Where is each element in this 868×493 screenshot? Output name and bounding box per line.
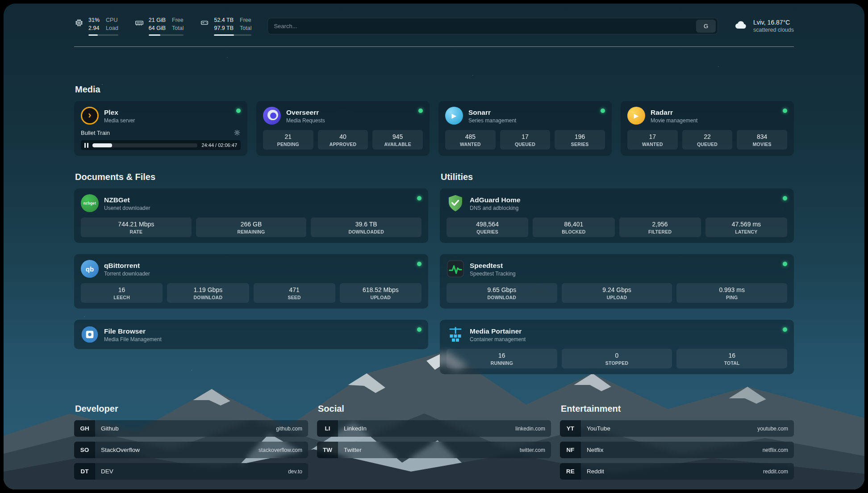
stat-value: 0: [563, 352, 671, 359]
stat-block: 266 GB REMAINING: [196, 217, 307, 237]
radarr-card[interactable]: ▶ Radarr Movie management 17 WANTED 22: [621, 101, 794, 156]
nzbget-card[interactable]: nzbget NZBGet Usenet downloader 744.21 M…: [74, 188, 428, 243]
bookmark-name: Twitter: [344, 447, 362, 453]
overseerr-card[interactable]: Overseerr Media Requests 21 PENDING 40 A…: [256, 101, 430, 156]
stat-label: WANTED: [447, 142, 494, 147]
cpu-usage-bar: [88, 34, 118, 36]
service-desc: Movie management: [651, 117, 697, 124]
stat-value: 16: [83, 286, 161, 293]
gear-icon[interactable]: [234, 129, 241, 136]
bookmark-netflix[interactable]: NF Netflix netflix.com: [560, 442, 794, 458]
bookmark-domain: youtube.com: [757, 426, 788, 432]
top-bar: 31% 2.94 CPU Load: [74, 4, 794, 36]
stat-block: 498,564 QUERIES: [447, 217, 528, 237]
portainer-card[interactable]: Media Portainer Container management 16 …: [440, 320, 794, 374]
search-provider-button[interactable]: G: [696, 20, 716, 33]
memory-widget: 21 GiB 64 GiB Free Total: [134, 16, 184, 36]
stat-block: 196 SERIES: [555, 130, 605, 150]
stat-label: APPROVED: [320, 142, 367, 147]
service-name: qBittorrent: [104, 261, 150, 270]
search-bar: G: [267, 18, 718, 34]
service-desc: DNS and adblocking: [470, 205, 521, 211]
radarr-icon: ▶: [627, 107, 645, 125]
nzbget-icon-text: nzbget: [83, 201, 96, 205]
bookmark-name: YouTube: [587, 425, 610, 432]
sonarr-card[interactable]: ▶ Sonarr Series management 485 WANTED 17: [438, 101, 612, 156]
stat-block: 16 TOTAL: [676, 349, 787, 368]
cpu-percent: 31%: [88, 16, 100, 24]
filebrowser-icon: [81, 326, 99, 343]
bookmark-dev[interactable]: DT DEV dev.to: [74, 463, 308, 480]
cpu-load: 2.94: [88, 24, 100, 32]
stat-value: 2,956: [621, 221, 699, 228]
media-section: Media › Plex Media server Bullet Train: [74, 84, 794, 156]
playback-progress-track[interactable]: [92, 143, 198, 147]
service-name: Sonarr: [468, 108, 516, 117]
disk-widget: 52.4 TB 97.9 TB Free Total: [200, 16, 251, 36]
stat-block: 744.21 Mbps RATE: [81, 217, 192, 237]
developer-group: Developer GH Github github.com SO StackO…: [74, 404, 308, 480]
playback-progress-fill: [92, 143, 113, 147]
disk-usage-bar-fill: [214, 34, 234, 36]
filebrowser-card[interactable]: File Browser Media File Management: [74, 320, 428, 349]
bookmark-name: Netflix: [587, 447, 604, 453]
search-input[interactable]: [274, 23, 696, 29]
documents-section: Documents & Files nzbget NZBGet Usenet d…: [74, 172, 428, 374]
stat-value: 86,401: [534, 221, 613, 228]
stat-value: 16: [678, 352, 785, 359]
speedtest-card[interactable]: Speedtest Speedtest Tracking 9.65 Gbps D…: [440, 254, 794, 309]
bookmark-linkedin[interactable]: LI LinkedIn linkedin.com: [317, 420, 551, 437]
service-desc: Speedtest Tracking: [470, 271, 516, 277]
adguard-icon: [447, 194, 464, 212]
cpu-label-top: CPU: [106, 16, 118, 24]
service-desc: Media server: [104, 117, 135, 124]
adguard-card[interactable]: AdGuard Home DNS and adblocking 498,564 …: [440, 188, 794, 243]
qbittorrent-icon: qb: [81, 260, 99, 278]
stat-block: 0.993 ms PING: [676, 283, 787, 303]
memory-usage-bar-fill: [149, 34, 160, 36]
stat-label: PENDING: [265, 142, 312, 147]
social-group-title: Social: [318, 404, 551, 414]
stat-value: 0.993 ms: [678, 286, 785, 293]
disk-total: 97.9 TB: [214, 24, 234, 32]
memory-total: 64 GiB: [149, 24, 166, 32]
stat-value: 471: [255, 286, 334, 293]
bookmark-domain: reddit.com: [763, 468, 788, 475]
stat-label: SERIES: [556, 142, 603, 147]
stat-label: MOVIES: [739, 142, 785, 147]
stat-block: 17 WANTED: [627, 130, 678, 150]
bookmark-twitter[interactable]: TW Twitter twitter.com: [317, 442, 551, 458]
bookmark-reddit[interactable]: RE Reddit reddit.com: [560, 463, 794, 480]
media-section-title: Media: [75, 84, 794, 95]
service-desc: Series management: [468, 117, 516, 124]
stat-block: 22 QUEUED: [682, 130, 733, 150]
bookmark-github[interactable]: GH Github github.com: [74, 420, 308, 437]
stat-value: 9.65 Gbps: [448, 286, 555, 293]
stat-block: 86,401 BLOCKED: [533, 217, 614, 237]
bookmark-abbr: YT: [560, 420, 581, 437]
disk-icon: [200, 16, 209, 36]
bookmark-youtube[interactable]: YT YouTube youtube.com: [560, 420, 794, 437]
stat-label: RATE: [83, 229, 190, 234]
bookmark-name: Reddit: [587, 468, 604, 475]
stat-value: 47.569 ms: [707, 221, 785, 228]
plex-card[interactable]: › Plex Media server Bullet Train: [74, 101, 247, 156]
pause-icon[interactable]: [84, 143, 88, 148]
stat-label: TOTAL: [678, 360, 785, 366]
bookmark-stackoverflow[interactable]: SO StackOverflow stackoverflow.com: [74, 442, 308, 458]
now-playing-title: Bullet Train: [81, 130, 234, 136]
stat-block: 834 MOVIES: [737, 130, 787, 150]
stat-value: 39.6 TB: [313, 221, 420, 228]
portainer-icon: [447, 326, 464, 343]
stat-value: 945: [374, 133, 421, 140]
stat-label: BLOCKED: [534, 229, 613, 234]
playback-time: 24:44 / 02:06:47: [201, 142, 237, 148]
qbittorrent-card[interactable]: qb qBittorrent Torrent downloader 16 LEE…: [74, 254, 428, 309]
stat-value: 21: [265, 133, 312, 140]
speedtest-icon: [447, 260, 464, 278]
stat-label: REMAINING: [198, 229, 305, 234]
dashboard-screen: 31% 2.94 CPU Load: [4, 4, 864, 489]
bookmark-domain: twitter.com: [520, 447, 545, 453]
stat-value: 40: [320, 133, 367, 140]
stat-label: LEECH: [83, 295, 161, 300]
